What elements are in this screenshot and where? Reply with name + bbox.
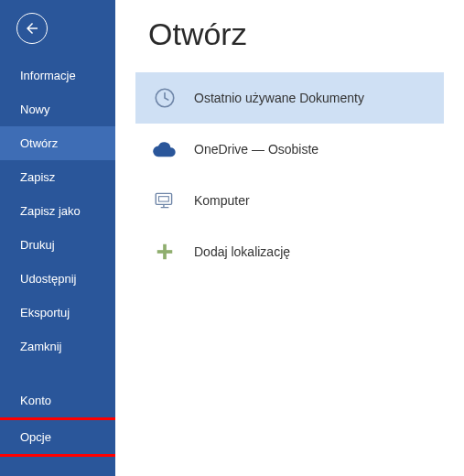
back-button[interactable] [16, 13, 48, 44]
computer-icon [150, 186, 179, 215]
svg-rect-4 [157, 250, 173, 254]
sidebar-item-label: Nowy [20, 103, 50, 116]
location-label: Dodaj lokalizację [194, 244, 290, 259]
sidebar-item-label: Udostępnij [20, 272, 76, 286]
sidebar-item-label: Zapisz jako [20, 204, 81, 218]
sidebar-item-share[interactable]: Udostępnij [0, 262, 115, 296]
cloud-icon [150, 135, 179, 164]
location-label: Ostatnio używane Dokumenty [194, 91, 364, 105]
location-recent[interactable]: Ostatnio używane Dokumenty [135, 72, 444, 124]
location-add[interactable]: Dodaj lokalizację [135, 226, 444, 277]
backstage-main: Otwórz Ostatnio używane Dokumenty OneDri… [115, 0, 464, 476]
sidebar-item-label: Konto [20, 394, 51, 407]
sidebar-item-label: Zapisz [20, 170, 55, 184]
sidebar-item-export[interactable]: Eksportuj [0, 296, 115, 330]
sidebar-item-info[interactable]: Informacje [0, 59, 115, 92]
sidebar-item-close[interactable]: Zamknij [0, 330, 115, 363]
sidebar-item-label: Eksportuj [20, 306, 70, 319]
location-label: Komputer [194, 193, 250, 208]
sidebar-item-label: Informacje [20, 69, 76, 82]
back-arrow-icon [24, 20, 40, 37]
svg-rect-2 [159, 197, 169, 201]
sidebar-item-new[interactable]: Nowy [0, 92, 115, 126]
sidebar-item-print[interactable]: Drukuj [0, 228, 115, 262]
sidebar-item-account[interactable]: Konto [0, 384, 115, 417]
sidebar-item-options[interactable]: Opcje [0, 417, 118, 457]
svg-rect-1 [156, 193, 171, 204]
sidebar-item-label: Drukuj [20, 238, 55, 252]
sidebar-item-label: Opcje [20, 430, 51, 444]
plus-icon [150, 237, 179, 266]
location-computer[interactable]: Komputer [135, 175, 444, 226]
page-title: Otwórz [115, 16, 464, 52]
sidebar-item-open[interactable]: Otwórz [0, 126, 115, 160]
location-onedrive[interactable]: OneDrive — Osobiste [135, 124, 444, 175]
backstage-sidebar: Informacje Nowy Otwórz Zapisz Zapisz jak… [0, 0, 115, 476]
sidebar-item-label: Otwórz [20, 136, 58, 150]
clock-icon [150, 83, 179, 113]
location-list: Ostatnio używane Dokumenty OneDrive — Os… [115, 72, 464, 277]
location-label: OneDrive — Osobiste [194, 142, 318, 157]
sidebar-item-label: Zamknij [20, 340, 62, 353]
sidebar-item-save-as[interactable]: Zapisz jako [0, 194, 115, 228]
sidebar-item-save[interactable]: Zapisz [0, 160, 115, 194]
